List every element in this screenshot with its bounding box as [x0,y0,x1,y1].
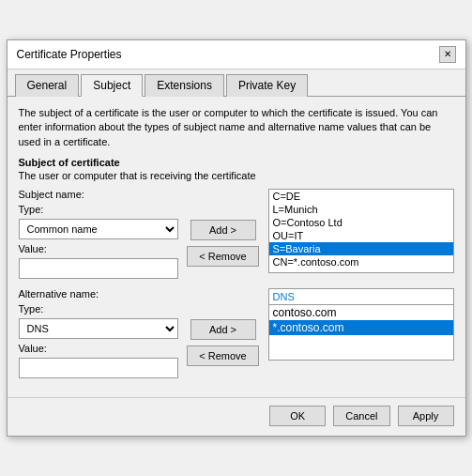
dialog-title: Certificate Properties [17,48,122,61]
alternative-name-mid: Add > < Remove [186,288,261,378]
tab-subject[interactable]: Subject [81,74,143,97]
ok-button[interactable]: OK [269,406,326,426]
list-item[interactable]: CN=*.contoso.com [269,255,453,269]
alt-name-add-button[interactable]: Add > [190,319,256,340]
subject-name-section: Subject name: Type: Common name Organiza… [19,189,454,279]
close-button[interactable]: ✕ [439,46,456,63]
list-item[interactable]: C=DE [269,190,453,203]
cancel-button[interactable]: Cancel [333,406,389,426]
list-item[interactable]: *.contoso.com [269,320,453,335]
alt-name-group-label: Alternative name: [19,288,178,299]
subject-name-right: C=DE L=Munich O=Contoso Ltd OU=IT S=Bava… [268,189,454,279]
list-item[interactable]: OU=IT [269,229,453,242]
alternative-name-right: DNS contoso.com *.contoso.com [268,288,454,378]
certificate-properties-dialog: Certificate Properties ✕ General Subject… [7,39,466,437]
list-item[interactable]: contoso.com [269,305,453,320]
list-item[interactable]: S=Bavaria [269,242,453,255]
info-text: The subject of a certificate is the user… [19,106,454,149]
tab-private-key[interactable]: Private Key [226,74,308,97]
subject-name-add-button[interactable]: Add > [190,220,256,240]
subject-name-type-select[interactable]: Common name Organization Organizational … [19,219,178,239]
subject-name-left: Subject name: Type: Common name Organiza… [19,189,178,279]
alt-name-remove-button[interactable]: < Remove [187,345,258,366]
subject-name-group-label: Subject name: [19,189,178,200]
dialog-footer: OK Cancel Apply [8,397,465,436]
title-bar: Certificate Properties ✕ [8,40,465,69]
subject-name-value-label: Value: [19,243,178,254]
alt-name-value-input[interactable] [19,358,178,378]
alternative-name-left: Alternative name: Type: DNS Email UPN IP… [19,288,178,378]
subject-name-remove-button[interactable]: < Remove [187,246,258,267]
list-item[interactable]: L=Munich [269,203,453,216]
subject-name-type-label: Type: [19,204,178,215]
dns-header-label: DNS [268,288,454,304]
alt-name-listbox[interactable]: contoso.com *.contoso.com [268,304,454,361]
subject-name-value-input[interactable] [19,258,178,279]
alt-name-type-label: Type: [19,303,178,315]
tab-bar: General Subject Extensions Private Key [8,69,465,97]
tab-general[interactable]: General [15,74,80,97]
alternative-name-section: Alternative name: Type: DNS Email UPN IP… [19,288,454,378]
list-item[interactable]: O=Contoso Ltd [269,216,453,229]
alt-name-value-label: Value: [19,343,178,354]
subject-of-cert-title: Subject of certificate [19,157,454,168]
tab-extensions[interactable]: Extensions [145,74,224,97]
alt-name-type-select[interactable]: DNS Email UPN IP Address URL [19,318,178,339]
subject-of-cert-subtitle: The user or computer that is receiving t… [19,170,454,181]
subject-name-listbox[interactable]: C=DE L=Munich O=Contoso Ltd OU=IT S=Bava… [268,189,454,273]
subject-name-mid: Add > < Remove [186,189,261,279]
dialog-content: The subject of a certificate is the user… [8,97,465,397]
apply-button[interactable]: Apply [398,406,454,426]
